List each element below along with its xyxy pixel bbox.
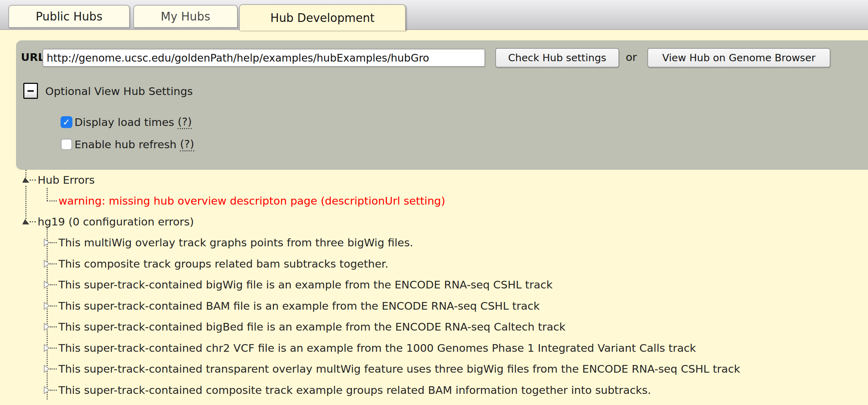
tree-node-label[interactable]: This super-track-contained chr2 VCF file… xyxy=(58,342,696,354)
enable-hub-refresh-label: Enable hub refresh xyxy=(74,138,176,151)
tree-node-label[interactable]: This super-track-contained bigWig file i… xyxy=(58,278,553,291)
tree-node-hg19[interactable]: hg19 (0 configuration errors) xyxy=(22,214,194,229)
tab-public-hubs-label: Public Hubs xyxy=(35,10,102,23)
tree-node-label[interactable]: This super-track-contained transparent o… xyxy=(58,363,740,375)
tree-node-track[interactable]: This super-track-contained BAM file is a… xyxy=(44,299,540,313)
tree-node-label[interactable]: This multiWig overlay track graphs point… xyxy=(58,236,413,249)
tree-connector-line xyxy=(30,180,36,181)
display-load-times-help-link[interactable]: (?) xyxy=(177,115,192,129)
enable-hub-refresh-row: Enable hub refresh (?) xyxy=(61,137,194,152)
tree-node-hub-errors[interactable]: Hub Errors xyxy=(22,173,95,187)
track-hubs-page: Public Hubs My Hubs Hub Development URL:… xyxy=(0,0,868,405)
collapsed-arrow-icon[interactable] xyxy=(44,260,50,268)
tree-node-label[interactable]: This super-track-contained bigBed file i… xyxy=(58,320,566,333)
collapsed-arrow-icon[interactable] xyxy=(44,386,50,394)
display-load-times-label: Display load times xyxy=(74,116,174,128)
tree-connector-line xyxy=(50,368,57,370)
tree-connector-line xyxy=(50,284,57,285)
warning-text: warning: missing hub overview descripton… xyxy=(58,194,445,207)
optional-settings-collapse-button[interactable] xyxy=(23,83,38,99)
tree-connector-line xyxy=(50,263,57,264)
collapsed-arrow-icon[interactable] xyxy=(44,323,50,331)
display-load-times-checkbox[interactable]: ✓ xyxy=(61,116,72,128)
expanded-arrow-icon[interactable] xyxy=(22,219,30,225)
hub-settings-panel: URL: Check Hub settings or View Hub on G… xyxy=(16,40,868,170)
tree-node-track[interactable]: This super-track-contained chr2 VCF file… xyxy=(44,341,696,355)
tab-hub-development-label: Hub Development xyxy=(270,11,374,25)
collapsed-arrow-icon[interactable] xyxy=(44,238,50,247)
tab-hub-development[interactable]: Hub Development xyxy=(239,4,406,31)
collapsed-arrow-icon[interactable] xyxy=(44,344,50,352)
tree-connector-line xyxy=(30,221,36,222)
collapsed-arrow-icon[interactable] xyxy=(44,365,50,373)
tree-node-label[interactable]: This super-track-contained BAM file is a… xyxy=(58,300,540,312)
tree-connector-line xyxy=(50,242,57,243)
tree-connector-line xyxy=(50,326,57,327)
display-load-times-row: ✓ Display load times (?) xyxy=(61,114,192,130)
optional-settings-title: Optional View Hub Settings xyxy=(45,85,193,97)
tab-public-hubs[interactable]: Public Hubs xyxy=(8,5,130,28)
or-text: or xyxy=(626,51,637,63)
tree-node-warning: warning: missing hub overview descripton… xyxy=(47,193,445,208)
hub-url-input[interactable] xyxy=(42,49,485,67)
tree-node-label[interactable]: This composite track groups related bam … xyxy=(58,257,388,270)
tree-node-label[interactable]: hg19 (0 configuration errors) xyxy=(38,215,194,228)
expanded-arrow-icon[interactable] xyxy=(22,177,30,183)
tree-node-track[interactable]: This multiWig overlay track graphs point… xyxy=(44,235,413,250)
enable-hub-refresh-checkbox[interactable] xyxy=(61,138,72,150)
tree-node-track[interactable]: This super-track-contained bigBed file i… xyxy=(44,319,566,334)
tab-my-hubs[interactable]: My Hubs xyxy=(133,5,238,28)
tree-connector-line xyxy=(50,305,57,307)
check-hub-settings-button[interactable]: Check Hub settings xyxy=(495,48,619,68)
tab-strip: Public Hubs My Hubs Hub Development xyxy=(0,0,868,30)
view-hub-on-genome-browser-button[interactable]: View Hub on Genome Browser xyxy=(647,48,830,68)
tree-connector-line xyxy=(50,348,57,349)
tab-my-hubs-label: My Hubs xyxy=(161,10,210,23)
tree-node-label[interactable]: This super-track-contained composite tra… xyxy=(58,384,651,396)
checkmark-icon: ✓ xyxy=(63,117,70,127)
tree-node-label[interactable]: Hub Errors xyxy=(38,174,95,186)
tree-node-track[interactable]: This super-track-contained composite tra… xyxy=(44,383,651,397)
tree-connector-line xyxy=(47,200,57,201)
collapsed-arrow-icon[interactable] xyxy=(44,302,50,310)
tree-node-track[interactable]: This super-track-contained transparent o… xyxy=(44,362,740,376)
tree-node-track[interactable]: This composite track groups related bam … xyxy=(44,256,388,271)
minus-icon xyxy=(27,90,34,92)
collapsed-arrow-icon[interactable] xyxy=(44,280,50,289)
enable-hub-refresh-help-link[interactable]: (?) xyxy=(180,137,194,151)
tree-node-track[interactable]: This super-track-contained bigWig file i… xyxy=(44,277,553,292)
tree-connector-line xyxy=(50,390,57,391)
